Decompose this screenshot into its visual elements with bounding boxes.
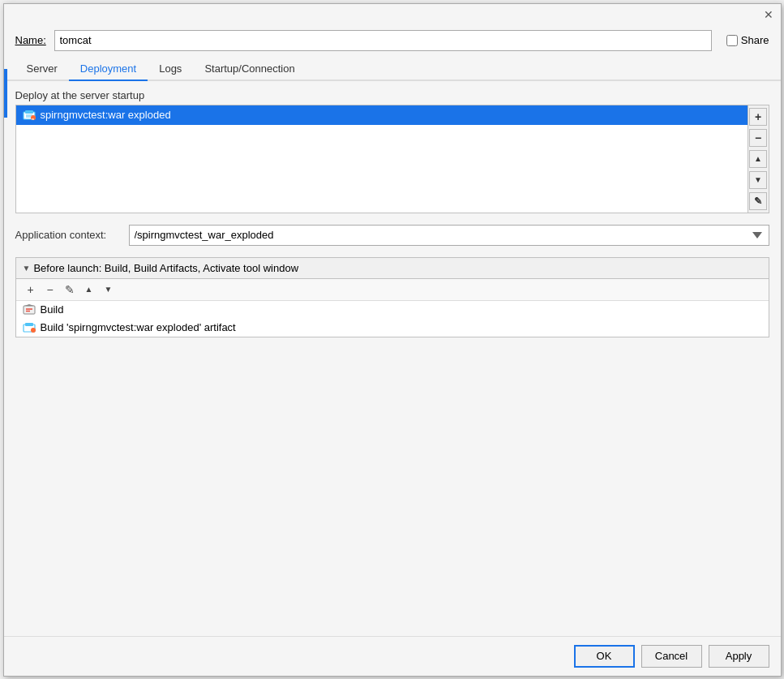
edit-artifact-button[interactable]: ✎: [749, 192, 767, 210]
before-launch-section: ▼ Before launch: Build, Build Artifacts,…: [15, 257, 769, 337]
before-launch-down-button[interactable]: ▼: [101, 281, 117, 298]
share-area: Share: [726, 34, 769, 46]
tabs-row: Server Deployment Logs Startup/Connectio…: [4, 58, 781, 81]
name-label: Name:: [15, 34, 48, 46]
name-input[interactable]: [54, 30, 712, 51]
before-launch-label: Before launch: Build, Build Artifacts, A…: [33, 262, 298, 274]
svg-rect-6: [24, 306, 35, 314]
dialog: ✕ Name: Share Server Deployment Logs Sta…: [3, 3, 782, 677]
before-launch-edit-button[interactable]: ✎: [62, 281, 78, 298]
before-launch-item-artifact[interactable]: Build 'spirngmvctest:war exploded' artif…: [16, 319, 769, 337]
add-artifact-button[interactable]: +: [749, 108, 767, 126]
section-label: Deploy at the server startup: [15, 89, 769, 101]
artifact-icon: w: [23, 109, 36, 122]
move-up-artifact-button[interactable]: ▲: [749, 150, 767, 168]
app-context-select[interactable]: /spirngmvctest_war_exploded: [129, 225, 769, 246]
app-context-row: Application context: /spirngmvctest_war_…: [15, 221, 769, 249]
content-area: Deploy at the server startup w: [4, 81, 781, 636]
deployment-list: w spirngmvctest:war exploded: [16, 105, 748, 213]
share-label: Share: [741, 34, 769, 46]
list-item[interactable]: w spirngmvctest:war exploded: [16, 105, 748, 125]
app-context-label: Application context:: [15, 229, 121, 241]
svg-point-12: [31, 328, 36, 333]
svg-rect-1: [25, 110, 33, 114]
svg-marker-9: [24, 304, 34, 306]
before-launch-remove-button[interactable]: −: [42, 281, 58, 298]
close-button[interactable]: ✕: [761, 7, 776, 22]
name-row: Name: Share: [4, 25, 781, 58]
build-icon: [23, 303, 36, 316]
title-bar: ✕: [4, 4, 781, 25]
before-launch-list: Build Build 'spirngmvctest:war exploded'…: [16, 301, 769, 337]
deployment-list-container: w spirngmvctest:war exploded + − ▲ ▼ ✎: [15, 105, 769, 213]
tab-server[interactable]: Server: [15, 58, 69, 81]
before-launch-up-button[interactable]: ▲: [81, 281, 97, 298]
collapse-icon[interactable]: ▼: [23, 264, 31, 273]
apply-button[interactable]: Apply: [709, 645, 769, 668]
list-item-label: spirngmvctest:war exploded: [41, 109, 171, 121]
share-checkbox[interactable]: [726, 35, 738, 46]
remove-artifact-button[interactable]: −: [749, 129, 767, 147]
deploy-section: Deploy at the server startup w: [15, 89, 769, 213]
left-accent: [4, 69, 7, 118]
before-launch-header: ▼ Before launch: Build, Build Artifacts,…: [16, 258, 769, 279]
tab-startup[interactable]: Startup/Connection: [193, 58, 306, 81]
before-launch-add-button[interactable]: +: [23, 281, 39, 298]
cancel-button[interactable]: Cancel: [641, 645, 702, 668]
before-launch-item-artifact-label: Build 'spirngmvctest:war exploded' artif…: [41, 321, 236, 333]
ok-button[interactable]: OK: [574, 645, 635, 668]
list-sidebar: + − ▲ ▼ ✎: [748, 105, 769, 213]
before-launch-toolbar: + − ✎ ▲ ▼: [16, 279, 769, 301]
move-down-artifact-button[interactable]: ▼: [749, 171, 767, 189]
svg-rect-11: [25, 323, 33, 326]
before-launch-item-build-label: Build: [41, 303, 64, 316]
before-launch-item-build[interactable]: Build: [16, 301, 769, 319]
bottom-buttons: OK Cancel Apply: [4, 636, 781, 676]
tab-logs[interactable]: Logs: [148, 58, 193, 81]
artifact-build-icon: [23, 321, 36, 334]
tab-deployment[interactable]: Deployment: [69, 58, 148, 81]
